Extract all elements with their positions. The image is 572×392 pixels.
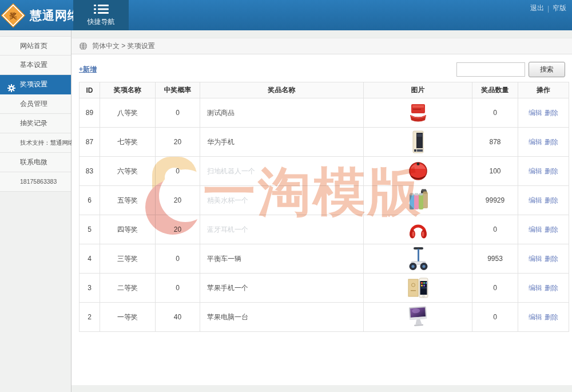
cell-prize-name: 八等奖 [100,98,156,128]
brand-name: 慧通网络 [30,7,80,23]
cell-image [364,303,472,332]
globe-icon [79,42,88,50]
cell-probability: 40 [156,303,200,332]
cell-actions: 编辑删除 [518,274,569,303]
table-body: 89 八等奖 0 测试商品 0 编辑删除 87 七等奖 20 华为手机 878 … [80,98,569,332]
delete-link[interactable]: 删除 [545,225,558,233]
sidebar-item-label: 技术支持：慧通网络 [20,139,74,146]
narrow-view-link[interactable]: 窄版 [553,3,566,13]
product-image [407,159,430,184]
edit-link[interactable]: 编辑 [529,167,542,175]
col-probability: 中奖概率 [156,82,200,98]
sidebar-item-label: 奖项设置 [20,80,47,88]
sidebar-item[interactable]: 奖项设置 [0,75,71,94]
edit-link[interactable]: 编辑 [529,109,542,117]
quick-nav-button[interactable]: 快捷导航 [73,0,129,30]
cell-product-name: 平衡车一辆 [200,244,364,274]
delete-link[interactable]: 删除 [545,109,558,117]
delete-link[interactable]: 删除 [545,284,558,292]
header-links: 退出 | 窄版 [530,3,566,13]
cell-actions: 编辑删除 [518,215,569,244]
cell-id: 2 [80,303,100,332]
prize-table: ID 奖项名称 中奖概率 奖品名称 图片 奖品数量 操作 89 八等奖 0 测试… [79,82,569,332]
breadcrumb-bar: 简体中文 > 奖项设置 [72,38,572,54]
sidebar-item-label: 网站首页 [20,42,47,50]
sidebar-item[interactable]: 网站首页 [0,36,71,56]
cell-actions: 编辑删除 [518,128,569,157]
prize-diamond-icon: 奖 [1,3,25,27]
logo-char: 奖 [5,7,22,25]
cell-prize-name: 五等奖 [100,186,156,215]
delete-link[interactable]: 删除 [545,313,558,321]
header-links-divider: | [547,5,549,13]
sidebar-item[interactable]: 会员管理 [0,94,71,114]
delete-link[interactable]: 删除 [545,138,558,146]
table-row: 89 八等奖 0 测试商品 0 编辑删除 [80,98,569,128]
table-row: 4 三等奖 0 平衡车一辆 9953 编辑删除 [80,244,569,274]
cell-actions: 编辑删除 [518,244,569,274]
product-image [407,275,430,300]
brand-logo: 奖 慧通网络 [5,0,80,30]
cell-id: 89 [80,98,100,128]
delete-link[interactable]: 删除 [545,255,558,263]
cell-quantity: 100 [472,157,518,186]
table-header-row: ID 奖项名称 中奖概率 奖品名称 图片 奖品数量 操作 [80,82,569,98]
edit-link[interactable]: 编辑 [529,138,542,146]
edit-link[interactable]: 编辑 [529,284,542,292]
table-row: 87 七等奖 20 华为手机 878 编辑删除 [80,128,569,157]
table-row: 83 六等奖 0 扫地机器人一个 100 编辑删除 [80,157,569,186]
cell-actions: 编辑删除 [518,186,569,215]
cell-quantity: 878 [472,128,518,157]
col-id: ID [80,82,100,98]
sidebar-item[interactable]: 技术支持：慧通网络 [0,133,71,153]
sidebar-item[interactable]: 抽奖记录 [0,114,71,133]
cell-probability: 20 [156,215,200,244]
col-prize-name: 奖项名称 [100,82,156,98]
cell-product-name: 华为手机 [200,128,364,157]
cell-quantity: 99929 [472,186,518,215]
cell-product-name: 蓝牙耳机一个 [200,215,364,244]
product-image [407,100,430,125]
sidebar-item-label: 会员管理 [20,100,47,108]
cell-image [364,244,472,274]
product-image [407,217,430,242]
cell-image [364,186,472,215]
search-button[interactable]: 搜索 [529,62,565,77]
delete-link[interactable]: 删除 [545,167,558,175]
col-product-name: 奖品名称 [200,82,364,98]
cell-product-name: 精美水杯一个 [200,186,364,215]
cell-product-name: 测试商品 [200,98,364,128]
cell-probability: 20 [156,128,200,157]
cell-product-name: 苹果电脑一台 [200,303,364,332]
search-input[interactable] [456,62,525,77]
edit-link[interactable]: 编辑 [529,196,542,204]
main-content: 简体中文 > 奖项设置 +新增 搜索 ID 奖项名称 中奖概率 奖品名称 图片 [72,38,572,385]
cell-quantity: 0 [472,215,518,244]
cell-image [364,128,472,157]
sidebar-item[interactable]: 基本设置 [0,56,71,75]
cell-prize-name: 一等奖 [100,303,156,332]
col-image: 图片 [364,82,472,98]
cell-id: 4 [80,244,100,274]
cell-probability: 0 [156,244,200,274]
add-new-link[interactable]: +新增 [79,65,97,74]
col-actions: 操作 [518,82,569,98]
edit-link[interactable]: 编辑 [529,225,542,233]
sidebar: 网站首页 基本设置 [0,30,72,392]
table-row: 2 一等奖 40 苹果电脑一台 0 编辑删除 [80,303,569,332]
cell-probability: 0 [156,274,200,303]
table-row: 3 二等奖 0 苹果手机一个 0 编辑删除 [80,274,569,303]
sidebar-item-label: 基本设置 [20,61,47,69]
sidebar-item[interactable]: 18175863383 [0,172,71,192]
cell-probability: 0 [156,98,200,128]
edit-link[interactable]: 编辑 [529,255,542,263]
sidebar-item[interactable]: 联系电微 [0,153,71,172]
logout-link[interactable]: 退出 [530,3,544,13]
gear-icon [7,81,15,89]
cell-quantity: 0 [472,274,518,303]
cell-actions: 编辑删除 [518,98,569,128]
edit-link[interactable]: 编辑 [529,313,542,321]
delete-link[interactable]: 删除 [545,196,558,204]
cell-quantity: 0 [472,303,518,332]
cell-id: 6 [80,186,100,215]
